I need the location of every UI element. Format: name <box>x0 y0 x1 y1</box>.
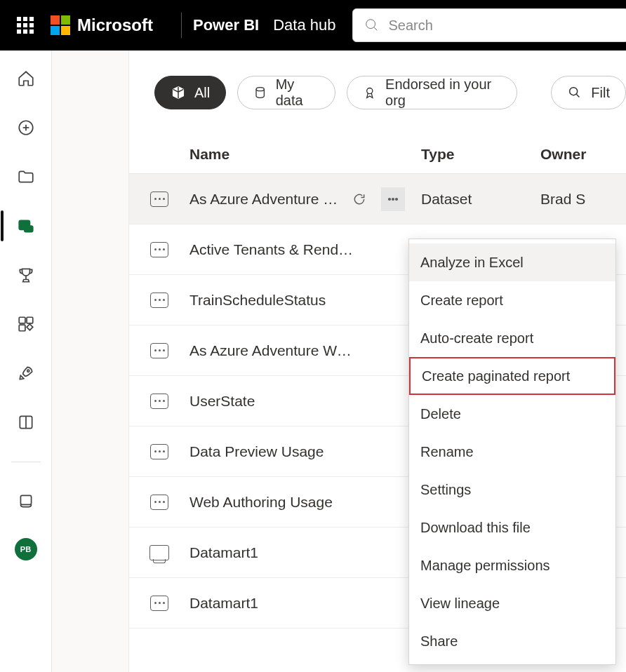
svg-point-16 <box>367 88 373 93</box>
book-icon <box>17 413 35 431</box>
row-name-cell[interactable]: Datamart1 <box>189 544 421 561</box>
row-type-icon <box>129 343 189 358</box>
data-hub-icon <box>17 217 35 235</box>
top-bar: Microsoft Power BI Data hub <box>0 0 626 51</box>
search-icon <box>567 85 582 100</box>
apps-icon <box>17 315 35 333</box>
svg-rect-14 <box>20 495 31 504</box>
search-icon <box>364 18 380 33</box>
row-name: Datamart1 <box>189 544 258 561</box>
search-box[interactable] <box>352 8 626 42</box>
waffle-icon <box>17 17 34 34</box>
app-launcher-button[interactable] <box>0 0 51 51</box>
col-name[interactable]: Name <box>189 146 421 163</box>
svg-rect-6 <box>24 226 32 232</box>
nav-metrics[interactable] <box>12 262 37 288</box>
chip-my-data[interactable]: My data <box>237 76 335 109</box>
table-header: Name Type Owner <box>129 135 626 174</box>
nav-deployment[interactable] <box>12 361 37 386</box>
svg-point-20 <box>392 198 394 200</box>
row-type-icon <box>129 596 189 611</box>
context-menu-item[interactable]: Rename <box>409 433 615 471</box>
row-name-cell[interactable]: As Azure Adventure Works II <box>189 342 421 359</box>
svg-rect-10 <box>19 325 25 331</box>
row-name: Web Authoring Usage <box>189 494 333 511</box>
chip-filter[interactable]: Filt <box>551 76 626 109</box>
nav-learn[interactable] <box>12 410 37 435</box>
nav-browse[interactable] <box>12 164 37 189</box>
row-name: As Azure Adventure … <box>189 191 338 208</box>
context-menu-item[interactable]: Share <box>409 622 615 660</box>
chip-all[interactable]: All <box>154 76 226 109</box>
home-icon <box>17 69 35 88</box>
breadcrumb[interactable]: Data hub <box>273 16 335 34</box>
plus-circle-icon <box>17 119 35 137</box>
row-type-icon <box>129 242 189 257</box>
context-menu-item[interactable]: Analyze in Excel <box>409 243 615 281</box>
row-type-icon <box>129 293 189 308</box>
search-input[interactable] <box>388 18 617 34</box>
chip-label: My data <box>276 76 320 109</box>
row-name-cell[interactable]: As Azure Adventure … <box>189 187 421 211</box>
secondary-pane <box>52 51 129 672</box>
svg-rect-8 <box>19 317 25 323</box>
database-icon <box>253 85 267 100</box>
rail-separator <box>11 462 41 462</box>
context-menu-item[interactable]: Manage permissions <box>409 546 615 584</box>
row-name-cell[interactable]: UserState <box>189 393 421 410</box>
more-options-button[interactable] <box>381 187 405 211</box>
filter-chips: All My data Endorsed in your org Filt <box>129 51 626 109</box>
chip-label: Endorsed in your org <box>385 76 501 109</box>
context-menu-item[interactable]: Download this file <box>409 509 615 546</box>
nav-create[interactable] <box>12 115 37 140</box>
nav-data-hub[interactable] <box>12 213 37 238</box>
row-name: As Azure Adventure Works II <box>189 342 358 359</box>
nav-apps[interactable] <box>12 311 37 337</box>
row-type-icon <box>129 545 189 560</box>
row-type-icon <box>129 394 189 409</box>
row-name: UserState <box>189 393 255 410</box>
svg-point-15 <box>256 88 264 91</box>
row-name: Data Preview Usage <box>189 443 324 460</box>
row-name-cell[interactable]: Active Tenants & Renders <box>189 241 421 258</box>
context-menu: Analyze in ExcelCreate reportAuto-create… <box>408 238 616 665</box>
row-name-cell[interactable]: TrainScheduleStatus <box>189 292 421 309</box>
context-menu-item[interactable]: Settings <box>409 471 615 509</box>
context-menu-item[interactable]: Delete <box>409 395 615 433</box>
folder-icon <box>17 168 35 186</box>
context-menu-item[interactable]: Auto-create report <box>409 319 615 357</box>
company-name: Microsoft <box>77 15 153 35</box>
row-name: Active Tenants & Renders <box>189 241 358 258</box>
user-avatar[interactable]: PB <box>15 538 37 560</box>
row-name-cell[interactable]: Data Preview Usage <box>189 443 421 460</box>
context-menu-item[interactable]: Create paginated report <box>409 357 615 395</box>
svg-point-19 <box>389 198 391 200</box>
row-name-cell[interactable]: Web Authoring Usage <box>189 494 421 511</box>
chip-endorsed[interactable]: Endorsed in your org <box>347 76 517 109</box>
row-type-icon <box>129 191 189 207</box>
col-type[interactable]: Type <box>421 146 540 163</box>
row-type-icon <box>129 444 189 459</box>
ribbon-icon <box>363 85 377 100</box>
row-type: Dataset <box>421 191 540 208</box>
svg-line-18 <box>577 94 580 97</box>
nav-home[interactable] <box>12 66 37 91</box>
col-owner[interactable]: Owner <box>540 146 626 163</box>
cube-icon <box>171 85 186 100</box>
row-name-cell[interactable]: Datamart1 <box>189 595 421 612</box>
chip-label: All <box>194 85 210 101</box>
context-menu-item[interactable]: View lineage <box>409 584 615 622</box>
row-type-icon <box>129 495 189 510</box>
product-name[interactable]: Power BI <box>193 16 259 34</box>
refresh-button[interactable] <box>347 187 371 211</box>
table-row[interactable]: As Azure Adventure …DatasetBrad S <box>129 174 626 224</box>
microsoft-logo-icon <box>51 15 70 35</box>
microsoft-logo[interactable]: Microsoft <box>51 15 153 35</box>
nav-workspaces[interactable] <box>12 489 37 514</box>
svg-point-0 <box>366 20 375 29</box>
context-menu-item[interactable]: Create report <box>409 281 615 319</box>
svg-point-11 <box>27 370 29 372</box>
svg-rect-9 <box>27 317 33 323</box>
main-content: All My data Endorsed in your org Filt Na… <box>129 51 626 672</box>
svg-line-1 <box>374 27 378 31</box>
